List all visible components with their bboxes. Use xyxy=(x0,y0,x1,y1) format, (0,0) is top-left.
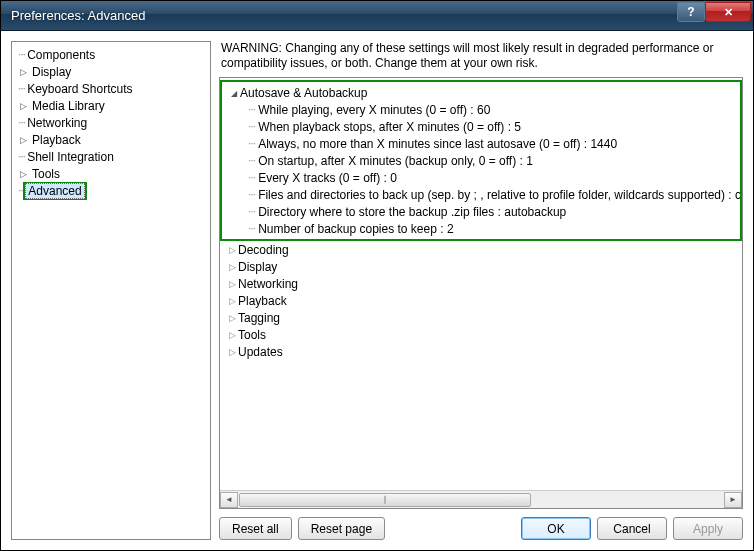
window-title: Preferences: Advanced xyxy=(11,8,145,23)
sidebar-item-media-library[interactable]: ▷ Media Library xyxy=(14,97,208,114)
scroll-track[interactable]: ∥ xyxy=(238,492,724,508)
close-button[interactable]: ✕ xyxy=(705,2,751,22)
scroll-left-button[interactable]: ◄ xyxy=(220,492,238,508)
setting-row[interactable]: ····When playback stops, after X minutes… xyxy=(222,118,740,135)
sidebar-item-components[interactable]: ···· Components xyxy=(14,46,208,63)
apply-button[interactable]: Apply xyxy=(673,517,743,540)
expand-icon[interactable] xyxy=(226,262,238,272)
highlighted-group: Autosave & Autobackup ····While playing,… xyxy=(220,80,742,241)
dialog-buttons: Reset all Reset page OK Cancel Apply xyxy=(219,509,743,540)
ok-button[interactable]: OK xyxy=(521,517,591,540)
reset-page-button[interactable]: Reset page xyxy=(298,517,385,540)
sidebar-item-networking[interactable]: ···· Networking xyxy=(14,114,208,131)
setting-row[interactable]: ····While playing, every X minutes (0 = … xyxy=(222,101,740,118)
group-display[interactable]: Display xyxy=(220,258,742,275)
expand-icon[interactable]: ▷ xyxy=(18,101,28,111)
sidebar-item-keyboard-shortcuts[interactable]: ···· Keyboard Shortcuts xyxy=(14,80,208,97)
expand-icon[interactable]: ▷ xyxy=(18,67,28,77)
group-tagging[interactable]: Tagging xyxy=(220,309,742,326)
setting-row[interactable]: ····On startup, after X minutes (backup … xyxy=(222,152,740,169)
cancel-button[interactable]: Cancel xyxy=(597,517,667,540)
help-button[interactable]: ? xyxy=(677,2,705,22)
group-decoding[interactable]: Decoding xyxy=(220,241,742,258)
setting-row[interactable]: ····Every X tracks (0 = off) : 0 xyxy=(222,169,740,186)
content-area: ···· Components ▷ Display ···· Keyboard … xyxy=(1,31,753,550)
window-controls: ? ✕ xyxy=(677,2,751,22)
collapse-icon[interactable] xyxy=(228,88,240,98)
setting-row[interactable]: ····Number of backup copies to keep : 2 xyxy=(222,220,740,237)
scroll-thumb[interactable]: ∥ xyxy=(239,493,531,507)
sidebar-item-tools[interactable]: ▷ Tools xyxy=(14,165,208,182)
setting-row[interactable]: ····Files and directories to back up (se… xyxy=(222,186,740,203)
expand-icon[interactable] xyxy=(226,296,238,306)
scroll-right-button[interactable]: ► xyxy=(724,492,742,508)
horizontal-scrollbar[interactable]: ◄ ∥ ► xyxy=(220,490,742,508)
category-sidebar[interactable]: ···· Components ▷ Display ···· Keyboard … xyxy=(11,41,211,540)
setting-row[interactable]: ····Directory where to store the backup … xyxy=(222,203,740,220)
settings-scroll-area: Autosave & Autobackup ····While playing,… xyxy=(220,78,742,490)
expand-icon[interactable]: ▷ xyxy=(18,169,28,179)
expand-icon[interactable] xyxy=(226,347,238,357)
expand-icon[interactable] xyxy=(226,330,238,340)
reset-all-button[interactable]: Reset all xyxy=(219,517,292,540)
group-playback[interactable]: Playback xyxy=(220,292,742,309)
group-networking[interactable]: Networking xyxy=(220,275,742,292)
expand-icon[interactable]: ▷ xyxy=(18,135,28,145)
sidebar-item-playback[interactable]: ▷ Playback xyxy=(14,131,208,148)
sidebar-item-advanced[interactable]: ··· Advanced xyxy=(14,182,208,199)
setting-row[interactable]: ····Always, no more than X minutes since… xyxy=(222,135,740,152)
main-panel: WARNING: Changing any of these settings … xyxy=(219,41,743,540)
expand-icon[interactable] xyxy=(226,245,238,255)
sidebar-item-display[interactable]: ▷ Display xyxy=(14,63,208,80)
expand-icon[interactable] xyxy=(226,279,238,289)
group-tools[interactable]: Tools xyxy=(220,326,742,343)
titlebar: Preferences: Advanced ? ✕ xyxy=(1,1,753,31)
group-autosave-autobackup[interactable]: Autosave & Autobackup xyxy=(222,84,740,101)
settings-tree[interactable]: Autosave & Autobackup ····While playing,… xyxy=(219,77,743,509)
group-updates[interactable]: Updates xyxy=(220,343,742,360)
expand-icon[interactable] xyxy=(226,313,238,323)
close-icon: ✕ xyxy=(724,6,733,19)
sidebar-item-shell-integration[interactable]: ···· Shell Integration xyxy=(14,148,208,165)
warning-text: WARNING: Changing any of these settings … xyxy=(219,41,743,77)
